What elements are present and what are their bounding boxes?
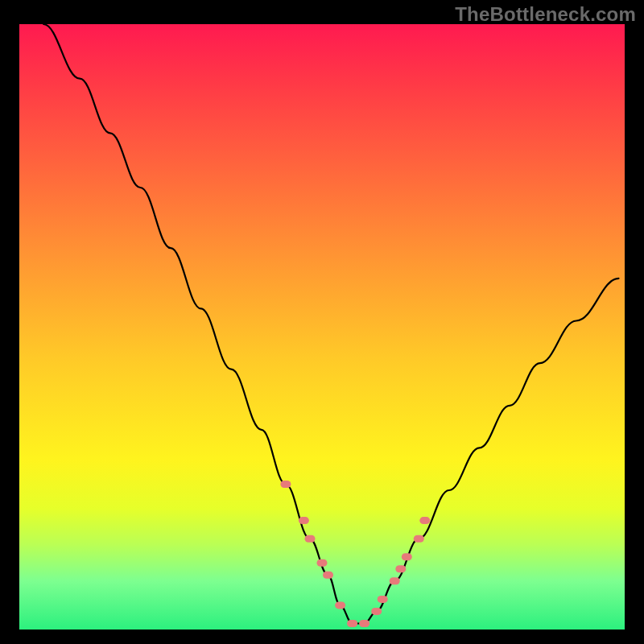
highlight-dot <box>305 535 316 543</box>
highlight-dot <box>378 596 388 603</box>
highlight-dot <box>402 553 412 560</box>
highlight-dot <box>323 572 333 579</box>
watermark-text: TheBottleneck.com <box>455 3 636 26</box>
highlight-dot <box>280 481 291 488</box>
highlight-dots-group <box>280 481 430 627</box>
highlight-dot <box>395 565 406 572</box>
highlight-dot <box>359 620 369 627</box>
chart-svg <box>19 24 625 630</box>
highlight-dot <box>347 620 357 627</box>
chart-frame <box>19 24 625 630</box>
highlight-dot <box>299 517 309 524</box>
highlight-dot <box>317 559 328 567</box>
highlight-dot <box>414 535 424 543</box>
highlight-dot <box>390 577 400 584</box>
highlight-dot <box>335 601 345 609</box>
bottleneck-curve-path <box>43 24 618 624</box>
highlight-dot <box>371 608 382 615</box>
highlight-dot <box>419 517 430 524</box>
